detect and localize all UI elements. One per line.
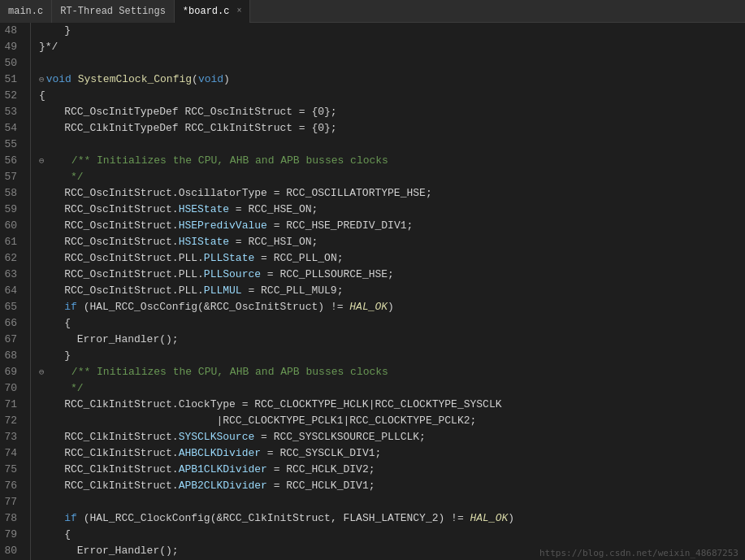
- line-number-52: 52: [0, 88, 24, 104]
- token-plain: RCC_ClkInitStruct.: [39, 478, 179, 494]
- code-line-60: RCC_OscInitStruct.HSEPredivValue = RCC_H…: [39, 218, 745, 234]
- token-plain: RCC_OscInitStruct.PLL.: [39, 250, 204, 267]
- line-number-78: 78: [0, 510, 24, 527]
- token-plain: = RCC_HCLK_DIV1;: [267, 478, 375, 494]
- token-kw: void: [198, 72, 223, 88]
- tab-label-board-c: *board.c: [183, 6, 230, 17]
- code-line-54: RCC_ClkInitTypeDef RCC_ClkInitStruct = {…: [39, 120, 745, 137]
- line-numbers: 4849505152535455565758596061626364656667…: [0, 23, 31, 560]
- code-line-78: if (HAL_RCC_ClockConfig(&RCC_ClkInitStru…: [39, 510, 745, 527]
- code-line-73: RCC_ClkInitStruct.SYSCLKSource = RCC_SYS…: [39, 429, 745, 445]
- line-number-64: 64: [0, 283, 24, 299]
- token-plain: = RCC_SYSCLK_DIV1;: [261, 445, 381, 462]
- token-plain: Error_Handler();: [39, 543, 179, 559]
- token-plain: (: [192, 72, 198, 88]
- token-member: SYSCLKSource: [179, 429, 255, 445]
- tab-label-main-c: main.c: [8, 6, 43, 17]
- token-member: HSEPredivValue: [179, 218, 267, 234]
- token-comment: /** Initializes the CPU, AHB and APB bus…: [46, 364, 388, 380]
- code-line-50: ​: [39, 55, 745, 72]
- code-line-48: }: [39, 23, 745, 39]
- code-line-52: {: [39, 88, 745, 104]
- token-member: APB2CLKDivider: [179, 478, 267, 494]
- token-plain: }*/: [39, 39, 58, 55]
- line-number-70: 70: [0, 380, 24, 397]
- token-plain: = RCC_PLLSOURCE_HSE;: [261, 267, 394, 283]
- code-line-65: if (HAL_RCC_OscConfig(&RCC_OscInitStruct…: [39, 299, 745, 315]
- token-plain: {: [39, 315, 71, 332]
- fold-arrow[interactable]: ⊖: [39, 364, 45, 380]
- token-member: PLLSource: [204, 267, 261, 283]
- line-number-54: 54: [0, 120, 24, 137]
- token-plain: RCC_ClkInitTypeDef RCC_ClkInitStruct = {…: [39, 120, 337, 137]
- line-number-56: 56: [0, 153, 24, 169]
- token-plain: {: [39, 527, 71, 543]
- token-plain: RCC_OscInitStruct.PLL.: [39, 267, 204, 283]
- tab-rt-thread-settings[interactable]: RT-Thread Settings: [52, 0, 175, 23]
- token-member: PLLMUL: [204, 283, 242, 299]
- token-plain: RCC_OscInitStruct.: [39, 218, 179, 234]
- token-plain: RCC_OscInitStruct.: [39, 202, 179, 218]
- token-member: AHBCLKDivider: [179, 445, 261, 462]
- code-line-53: RCC_OscInitTypeDef RCC_OscInitStruct = {…: [39, 104, 745, 120]
- line-number-59: 59: [0, 202, 24, 218]
- code-line-74: RCC_ClkInitStruct.AHBCLKDivider = RCC_SY…: [39, 445, 745, 462]
- line-number-53: 53: [0, 104, 24, 120]
- token-member: HSEState: [179, 202, 229, 218]
- code-line-55: ​: [39, 137, 745, 153]
- token-comment: */: [39, 380, 84, 397]
- code-line-72: |RCC_CLOCKTYPE_PCLK1|RCC_CLOCKTYPE_PCLK2…: [39, 413, 745, 429]
- token-plain: [39, 299, 64, 315]
- code-line-76: RCC_ClkInitStruct.APB2CLKDivider = RCC_H…: [39, 478, 745, 494]
- line-number-75: 75: [0, 462, 24, 478]
- token-plain: = RCC_HCLK_DIV2;: [267, 462, 375, 478]
- token-plain: RCC_OscInitStruct.: [39, 234, 179, 250]
- tab-label-rt-thread-settings: RT-Thread Settings: [60, 6, 166, 17]
- line-number-80: 80: [0, 543, 24, 559]
- token-plain: RCC_ClkInitStruct.: [39, 445, 179, 462]
- token-plain: = RCC_PLL_MUL9;: [242, 283, 344, 299]
- fold-arrow[interactable]: ⊖: [39, 153, 45, 169]
- token-italic-ok: HAL_OK: [349, 299, 388, 315]
- line-number-79: 79: [0, 527, 24, 543]
- line-number-71: 71: [0, 397, 24, 413]
- code-line-71: RCC_ClkInitStruct.ClockType = RCC_CLOCKT…: [39, 397, 745, 413]
- code-line-62: RCC_OscInitStruct.PLL.PLLState = RCC_PLL…: [39, 250, 745, 267]
- line-number-65: 65: [0, 299, 24, 315]
- watermark: https://blog.csdn.net/weixin_48687253: [539, 548, 739, 558]
- code-line-57: */: [39, 169, 745, 185]
- token-italic-ok: HAL_OK: [470, 510, 509, 527]
- token-comment: */: [39, 169, 84, 185]
- line-number-63: 63: [0, 267, 24, 283]
- code-line-49: }*/: [39, 39, 745, 55]
- token-plain: = RCC_HSE_PREDIV_DIV1;: [267, 218, 413, 234]
- code-line-59: RCC_OscInitStruct.HSEState = RCC_HSE_ON;: [39, 202, 745, 218]
- line-number-73: 73: [0, 429, 24, 445]
- token-plain: |RCC_CLOCKTYPE_PCLK1|RCC_CLOCKTYPE_PCLK2…: [39, 413, 476, 429]
- tab-board-c[interactable]: *board.c×: [175, 0, 251, 23]
- token-plain: Error_Handler();: [39, 332, 179, 348]
- line-number-61: 61: [0, 234, 24, 250]
- tab-main-c[interactable]: main.c: [0, 0, 52, 23]
- code-line-79: {: [39, 527, 745, 543]
- line-number-76: 76: [0, 478, 24, 494]
- fold-arrow[interactable]: ⊖: [39, 72, 45, 88]
- code-content[interactable]: }}*/​⊖void SystemClock_Config(void){ RCC…: [31, 23, 745, 560]
- token-kw: void: [46, 72, 78, 88]
- title-bar: main.cRT-Thread Settings*board.c×: [0, 0, 745, 23]
- token-plain: = RCC_HSI_ON;: [229, 234, 318, 250]
- line-number-50: 50: [0, 55, 24, 72]
- token-plain: RCC_ClkInitStruct.: [39, 462, 179, 478]
- line-number-66: 66: [0, 315, 24, 332]
- code-line-61: RCC_OscInitStruct.HSIState = RCC_HSI_ON;: [39, 234, 745, 250]
- code-line-58: RCC_OscInitStruct.OscillatorType = RCC_O…: [39, 185, 745, 202]
- code-line-63: RCC_OscInitStruct.PLL.PLLSource = RCC_PL…: [39, 267, 745, 283]
- tab-close-board-c[interactable]: ×: [236, 7, 241, 15]
- line-number-51: 51: [0, 72, 24, 88]
- line-number-48: 48: [0, 23, 24, 39]
- token-plain: RCC_OscInitTypeDef RCC_OscInitStruct = {…: [39, 104, 337, 120]
- token-plain: RCC_OscInitStruct.PLL.: [39, 283, 204, 299]
- token-fn: SystemClock_Config: [78, 72, 192, 88]
- line-number-77: 77: [0, 494, 24, 510]
- code-line-67: Error_Handler();: [39, 332, 745, 348]
